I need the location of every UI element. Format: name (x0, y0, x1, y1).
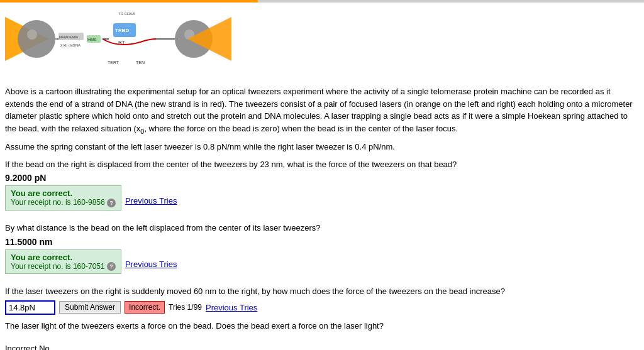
q3-submit-button[interactable]: Submit Answer (59, 301, 121, 314)
svg-text:Neutravidin: Neutravidin (59, 35, 78, 39)
question-3: If the laser tweezers on the right is su… (5, 285, 639, 298)
diagram-area: Neutravidin Helo 2 kb dsDNA TRBD RT TERT… (0, 3, 644, 84)
q3-input[interactable] (5, 300, 55, 315)
question-4: The laser light of the tweezers exerts a… (5, 320, 639, 332)
intro-paragraph: Above is a cartoon illustrating the expe… (5, 85, 639, 136)
q2-correct-text: You are correct. (11, 253, 116, 262)
svg-text:TERT: TERT (108, 60, 119, 65)
q2-answer-value: 11.5000 nm (5, 237, 639, 247)
q2-receipt: Your receipt no. is 160-7051 ? (11, 262, 116, 271)
q1-correct-row: You are correct. Your receipt no. is 160… (5, 185, 639, 216)
svg-point-2 (18, 20, 55, 58)
q2-prev-tries[interactable]: Previous Tries (125, 260, 177, 269)
q1-prev-tries[interactable]: Previous Tries (125, 196, 177, 205)
subscript-0: 0 (140, 127, 144, 134)
q4-option-no: Incorrect No (5, 344, 639, 350)
q1-help-icon[interactable]: ? (107, 199, 116, 207)
q1-answer-value: 9.2000 pN (5, 173, 639, 183)
svg-text:TEN: TEN (136, 60, 145, 65)
q3-incorrect-badge: Incorrect. (125, 301, 165, 314)
q2-correct-row: You are correct. Your receipt no. is 160… (5, 249, 639, 280)
q1-correct-text: You are correct. (11, 189, 116, 198)
q4-options: Incorrect No Correct: Yes Incorrect Insu… (5, 344, 639, 350)
question-2: By what distance is the bead on the left… (5, 222, 639, 234)
spring-constant-paragraph: Assume the spring constant of the left l… (5, 141, 639, 153)
q3-answer-row: Submit Answer Incorrect. Tries 1/99 Prev… (5, 300, 639, 315)
svg-text:Helo: Helo (87, 37, 97, 41)
q3-prev-tries[interactable]: Previous Tries (206, 303, 257, 312)
svg-text:TR  CRA/5: TR CRA/5 (118, 12, 136, 16)
q3-tries-text: Tries 1/99 (169, 303, 202, 312)
question-1: If the bead on the right is displaced fr… (5, 158, 639, 171)
svg-text:2 kb dsDNA: 2 kb dsDNA (60, 43, 80, 47)
main-content: Above is a cartoon illustrating the expe… (0, 84, 644, 350)
q2-help-icon[interactable]: ? (107, 262, 116, 271)
svg-point-3 (27, 30, 37, 40)
svg-text:TRBD: TRBD (115, 28, 129, 33)
q1-receipt: Your receipt no. is 160-9856 ? (11, 198, 116, 207)
q2-correct-box: You are correct. Your receipt no. is 160… (5, 249, 121, 275)
q1-correct-box: You are correct. Your receipt no. is 160… (5, 185, 121, 211)
experiment-diagram: Neutravidin Helo 2 kb dsDNA TRBD RT TERT… (5, 8, 231, 80)
